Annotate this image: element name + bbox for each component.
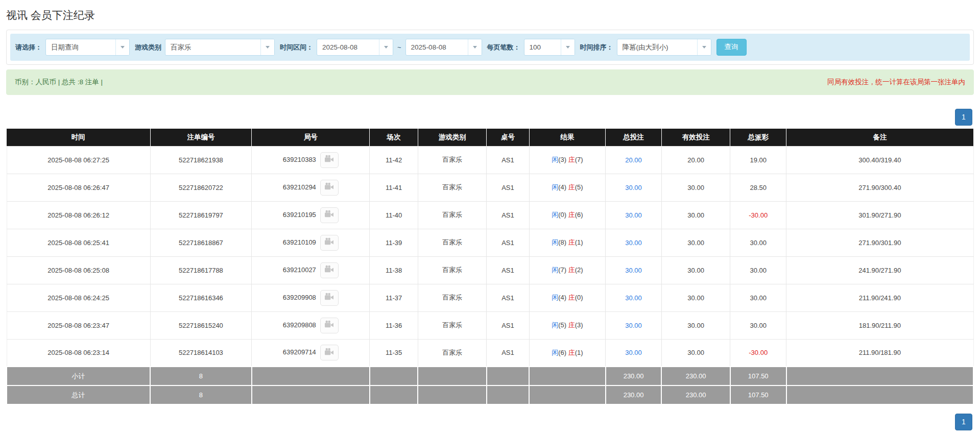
session-no: 11-36 <box>386 322 402 329</box>
time-sort-select[interactable]: 降冪(由大到小) <box>617 39 711 56</box>
cell-summary-payout: 107.50 <box>730 385 786 404</box>
table-no: AS1 <box>501 156 514 164</box>
payout-amount: 28.50 <box>750 184 767 191</box>
banker-result-score: (6) <box>575 211 583 219</box>
date-to-value: 2025-08-08 <box>406 39 468 55</box>
cell-valid-bet: 30.00 <box>661 284 730 311</box>
film-icon <box>324 210 334 220</box>
total-bet-link[interactable]: 30.00 <box>625 184 642 191</box>
cell-total-bet: 30.00 <box>606 339 662 367</box>
valid-bet: 30.00 <box>687 211 704 219</box>
player-result-score: (4) <box>558 183 566 191</box>
video-replay-button[interactable] <box>320 180 339 196</box>
query-mode-select[interactable]: 日期查询 <box>45 39 130 56</box>
cell-total-bet: 30.00 <box>606 284 662 311</box>
table-no: AS1 <box>501 211 514 219</box>
game-type: 百家乐 <box>442 266 462 274</box>
cell-bet-id: 522718618867 <box>150 229 252 256</box>
video-replay-button[interactable] <box>320 290 339 306</box>
video-replay-button[interactable] <box>320 207 339 223</box>
payout-amount: 30.00 <box>750 239 767 247</box>
cell-payout: 30.00 <box>730 311 786 339</box>
total-bet-link[interactable]: 20.00 <box>625 156 642 164</box>
total-bet-link[interactable]: 30.00 <box>625 349 642 356</box>
table-row: 2025-08-08 06:25:08 522718617788 6392100… <box>7 256 973 284</box>
cell-table-no: AS1 <box>487 284 529 311</box>
player-result-score: (0) <box>558 211 566 219</box>
bet-time: 2025-08-08 06:23:14 <box>47 349 109 356</box>
session-no: 11-42 <box>386 156 402 164</box>
game-type: 百家乐 <box>442 156 462 163</box>
total-bet-link[interactable]: 30.00 <box>625 322 642 329</box>
balance-remark: 271.90/300.40 <box>858 184 901 191</box>
cell-game-type: 百家乐 <box>418 311 486 339</box>
player-result-label: 闲 <box>552 294 558 301</box>
page-1-button[interactable]: 1 <box>955 414 972 430</box>
summary-notice: 同局有效投注，统一计算在该局第一张注单内 <box>827 78 965 87</box>
balance-remark: 301.90/271.90 <box>858 211 901 219</box>
date-from-value: 2025-08-08 <box>317 39 379 55</box>
cell-round-id: 639210294 <box>252 174 370 201</box>
video-replay-button[interactable] <box>320 318 339 333</box>
date-from-select[interactable]: 2025-08-08 <box>317 39 393 56</box>
cell-valid-bet: 20.00 <box>661 146 730 174</box>
chevron-down-icon[interactable] <box>260 39 274 55</box>
bet-time: 2025-08-08 06:26:47 <box>47 184 109 191</box>
total-bet-link[interactable]: 30.00 <box>625 211 642 219</box>
banker-result-score: (5) <box>575 183 583 191</box>
chevron-down-icon[interactable] <box>468 39 482 55</box>
total-bet-link[interactable]: 30.00 <box>625 239 642 247</box>
cell-time: 2025-08-08 06:25:08 <box>7 256 150 284</box>
table-row: 2025-08-08 06:26:12 522718619797 6392101… <box>7 201 973 229</box>
table-row: 2025-08-08 06:23:14 522718614103 6392097… <box>7 339 973 367</box>
search-button[interactable]: 查询 <box>716 39 747 55</box>
col-header-time: 时间 <box>7 129 150 146</box>
cell-summary-total-bet: 230.00 <box>606 367 662 385</box>
chevron-down-icon[interactable] <box>379 39 393 55</box>
total-bet-link[interactable]: 30.00 <box>625 294 642 302</box>
player-result-label: 闲 <box>552 238 558 246</box>
cell-remark: 300.40/319.40 <box>786 146 973 174</box>
balance-remark: 271.90/301.90 <box>858 239 901 247</box>
page-size-select[interactable]: 100 <box>524 39 575 56</box>
round-id: 639210109 <box>283 238 316 246</box>
chevron-down-icon[interactable] <box>115 39 129 55</box>
cell-remark: 241.90/271.90 <box>786 256 973 284</box>
total-bet-link[interactable]: 30.00 <box>625 267 642 274</box>
cell-payout: -30.00 <box>730 201 786 229</box>
game-type-select[interactable]: 百家乐 <box>165 39 275 56</box>
table-row: 2025-08-08 06:24:25 522718616346 6392099… <box>7 284 973 311</box>
table-footer: 小计 8 230.00 230.00 107.50 总计 8 230.00 23… <box>7 367 973 404</box>
bet-id: 522718619797 <box>179 211 223 219</box>
cell-bet-id: 522718617788 <box>150 256 252 284</box>
cell-table-no: AS1 <box>487 201 529 229</box>
cell-valid-bet: 30.00 <box>661 256 730 284</box>
bet-time: 2025-08-08 06:27:25 <box>47 156 109 164</box>
time-sort-value: 降冪(由大到小) <box>617 39 697 55</box>
cell-total-bet: 20.00 <box>606 146 662 174</box>
date-to-select[interactable]: 2025-08-08 <box>405 39 482 56</box>
game-type-value: 百家乐 <box>165 39 260 55</box>
cell-result: 闲(6) 庄(1) <box>529 339 606 367</box>
col-header-remark: 备注 <box>786 129 973 146</box>
banker-result-label: 庄 <box>568 321 575 329</box>
valid-bet: 30.00 <box>687 267 704 274</box>
balance-remark: 300.40/319.40 <box>858 156 901 164</box>
chevron-down-icon[interactable] <box>697 39 711 55</box>
table-no: AS1 <box>501 184 514 191</box>
balance-remark: 211.90/241.90 <box>859 294 901 302</box>
tilde-separator: ~ <box>397 43 401 51</box>
video-replay-button[interactable] <box>320 235 339 251</box>
video-replay-button[interactable] <box>320 262 339 278</box>
table-no: AS1 <box>501 322 514 329</box>
cell-remark: 181.90/211.90 <box>786 311 973 339</box>
session-no: 11-39 <box>386 239 402 247</box>
cell-bet-id: 522718614103 <box>150 339 252 367</box>
video-replay-button[interactable] <box>320 345 339 360</box>
cell-game-type: 百家乐 <box>418 201 486 229</box>
chevron-down-icon[interactable] <box>561 39 575 55</box>
banker-result-score: (3) <box>575 321 583 329</box>
film-icon <box>324 348 334 358</box>
video-replay-button[interactable] <box>320 152 339 168</box>
page-1-button[interactable]: 1 <box>955 109 972 126</box>
